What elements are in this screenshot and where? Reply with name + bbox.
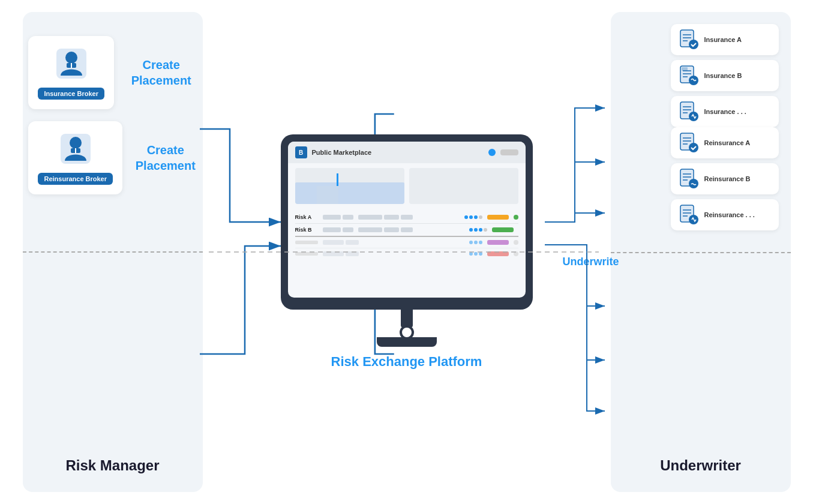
insurance-etc-card: Insurance . . .: [671, 96, 779, 127]
screen-btn-gray: [500, 149, 518, 155]
reinsurance-a-label: Reinsurance A: [704, 139, 751, 146]
chart-bar-right: [409, 168, 518, 204]
svg-point-1: [65, 52, 77, 64]
right-dashed-divider: [611, 252, 791, 253]
reinsurance-broker-section: Reinsurance Broker Create Placement: [35, 121, 191, 194]
risk-a-lines: [323, 215, 353, 220]
insurance-a-icon: [678, 29, 700, 50]
screen-header: B Public Marketplace: [288, 142, 526, 163]
svg-point-30: [689, 143, 698, 152]
screen-logo: B: [295, 146, 307, 158]
svg-point-14: [689, 40, 698, 49]
risk-b-label: Risk B: [295, 227, 318, 233]
svg-point-5: [70, 137, 82, 149]
risk-b-lines: [323, 227, 353, 232]
reinsurance-a-icon: [678, 132, 700, 154]
insurance-create-placement: Create Placement: [126, 57, 197, 88]
insurance-b-icon: [678, 65, 700, 86]
stand-base: [377, 337, 437, 347]
insurance-b-card: Insurance B: [671, 60, 779, 91]
monitor-wrapper: B Public Marketplace: [281, 134, 533, 347]
faded-row-2: [295, 248, 518, 259]
monitor-stand: [281, 310, 533, 347]
reinsurance-broker-icon: [58, 131, 94, 167]
risk-b-lines2: [358, 227, 464, 232]
insurance-broker-section: Insurance Broker Create Placement: [35, 36, 191, 109]
insurance-broker-label: Insurance Broker: [38, 88, 104, 100]
right-panel-title: Underwriter: [660, 445, 741, 474]
risk-b-dots: [469, 228, 487, 232]
reinsurance-b-icon: [678, 168, 700, 190]
center-panel: B Public Marketplace: [203, 12, 611, 492]
risk-a-indicator: [514, 215, 518, 220]
insurance-etc-icon: [678, 101, 700, 122]
monitor: B Public Marketplace: [281, 134, 533, 310]
insurance-b-label: Insurance B: [704, 72, 742, 79]
risk-a-status-bar: [487, 215, 509, 220]
reinsurance-b-label: Reinsurance B: [704, 175, 751, 182]
dashed-divider: [23, 251, 203, 253]
insurance-group: Insurance A Insurance B: [623, 24, 779, 127]
reinsurance-etc-label: Reinsurance . . .: [704, 211, 755, 218]
main-container: Insurance Broker Create Placement: [23, 12, 791, 492]
insurance-a-label: Insurance A: [704, 36, 742, 43]
screen-btn-blue: [488, 149, 496, 156]
right-panel: Insurance A Insurance B: [611, 12, 791, 492]
insurance-broker-icon: [53, 46, 89, 82]
reinsurance-a-card: Reinsurance A: [671, 127, 779, 158]
svg-rect-19: [682, 67, 688, 71]
risk-a-lines2: [358, 215, 460, 220]
reinsurance-broker-card: Reinsurance Broker: [28, 121, 122, 194]
risk-a-row: Risk A: [295, 211, 518, 224]
insurance-etc-label: Insurance . . .: [704, 108, 746, 115]
reinsurance-create-placement: Create Placement: [134, 142, 197, 173]
risk-a-label: Risk A: [295, 214, 318, 220]
reinsurance-etc-icon: [678, 204, 700, 226]
chart-bar-left: [295, 168, 404, 204]
insurance-broker-card: Insurance Broker: [28, 36, 114, 109]
left-panel: Insurance Broker Create Placement: [23, 12, 203, 492]
risk-b-status-bar: [492, 227, 514, 232]
reinsurance-group: Reinsurance A Reinsurance B: [623, 127, 779, 230]
underwrite-label: Underwrite: [563, 256, 619, 268]
screen-title: Public Marketplace: [312, 149, 484, 156]
screen-body: Risk A: [288, 163, 526, 264]
reinsurance-b-card: Reinsurance B: [671, 163, 779, 194]
left-panel-title: Risk Manager: [65, 445, 159, 474]
reinsurance-etc-card: Reinsurance . . .: [671, 199, 779, 230]
faded-row-1: [295, 237, 518, 248]
chart-bar-fill: [295, 182, 404, 204]
monitor-screen: B Public Marketplace: [288, 142, 526, 298]
risk-b-row: Risk B: [295, 224, 518, 237]
platform-title: Risk Exchange Platform: [331, 354, 482, 370]
screen-chart-area: [295, 168, 518, 204]
risk-a-dots: [464, 215, 482, 219]
reinsurance-broker-label: Reinsurance Broker: [38, 173, 113, 185]
insurance-a-card: Insurance A: [671, 24, 779, 55]
